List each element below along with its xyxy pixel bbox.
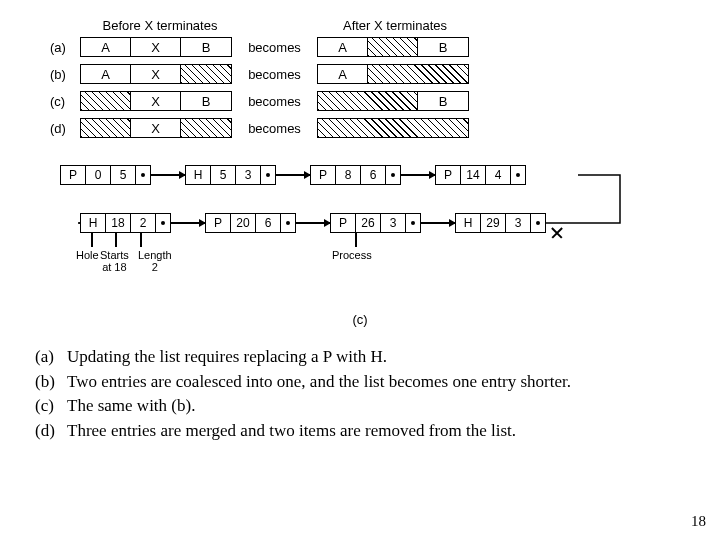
figure-row: (a)AXBbecomesAB bbox=[50, 37, 650, 57]
description-label: (d) bbox=[35, 419, 67, 444]
ll-cell: 20 bbox=[231, 214, 256, 232]
segment-process: X bbox=[131, 38, 181, 56]
row-label: (c) bbox=[50, 94, 80, 109]
bar-before: AXB bbox=[80, 37, 232, 57]
segment-hole bbox=[181, 119, 231, 137]
ll-pointer bbox=[281, 214, 295, 232]
ll-cell: 5 bbox=[211, 166, 236, 184]
annot-hole: Hole bbox=[76, 249, 99, 261]
description-label: (c) bbox=[35, 394, 67, 419]
ll-pointer bbox=[531, 214, 545, 232]
segment-hole bbox=[318, 92, 418, 110]
description-item: (d)Three entries are merged and two item… bbox=[35, 419, 690, 444]
coalesce-figure: Before X terminates After X terminates (… bbox=[50, 18, 650, 145]
segment-hole bbox=[368, 38, 418, 56]
ll-cell: 14 bbox=[461, 166, 486, 184]
ll-cell: P bbox=[436, 166, 461, 184]
ll-cell: 6 bbox=[256, 214, 281, 232]
figure-headers: Before X terminates After X terminates bbox=[85, 18, 650, 33]
bar-before: AX bbox=[80, 64, 232, 84]
ll-node: P263 bbox=[330, 213, 421, 233]
description-text: Updating the list requires replacing a P… bbox=[67, 345, 690, 370]
becomes-label: becomes bbox=[232, 94, 317, 109]
segment-hole bbox=[368, 65, 468, 83]
annot-process: Process bbox=[332, 249, 372, 261]
ll-pointer bbox=[136, 166, 150, 184]
description-text: Three entries are merged and two items a… bbox=[67, 419, 690, 444]
description-item: (a)Updating the list requires replacing … bbox=[35, 345, 690, 370]
ll-cell: 29 bbox=[481, 214, 506, 232]
bar-after bbox=[317, 118, 469, 138]
bar-after: B bbox=[317, 91, 469, 111]
segment-hole bbox=[318, 119, 468, 137]
segment-process: B bbox=[418, 38, 468, 56]
ll-cell: 3 bbox=[381, 214, 406, 232]
ll-cell: 0 bbox=[86, 166, 111, 184]
ll-pointer bbox=[156, 214, 170, 232]
segment-process: X bbox=[131, 65, 181, 83]
segment-hole bbox=[181, 65, 231, 83]
becomes-label: becomes bbox=[232, 40, 317, 55]
row-label: (d) bbox=[50, 121, 80, 136]
ll-cell: 5 bbox=[111, 166, 136, 184]
ll-cell: 3 bbox=[506, 214, 531, 232]
arrow-icon bbox=[421, 222, 455, 224]
ll-cell: H bbox=[81, 214, 106, 232]
row-label: (a) bbox=[50, 40, 80, 55]
ll-node: P05 bbox=[60, 165, 151, 185]
ll-node: P206 bbox=[205, 213, 296, 233]
header-after: After X terminates bbox=[320, 18, 470, 33]
segment-process: B bbox=[181, 38, 231, 56]
description-text: Two entries are coalesced into one, and … bbox=[67, 370, 690, 395]
ll-cell: P bbox=[331, 214, 356, 232]
arrow-icon bbox=[276, 174, 310, 176]
segment-hole bbox=[81, 92, 131, 110]
ll-pointer bbox=[406, 214, 420, 232]
ll-node: P144 bbox=[435, 165, 526, 185]
description-item: (c)The same with (b). bbox=[35, 394, 690, 419]
description-text: The same with (b). bbox=[67, 394, 690, 419]
description-item: (b)Two entries are coalesced into one, a… bbox=[35, 370, 690, 395]
ll-cell: 18 bbox=[106, 214, 131, 232]
segment-hole bbox=[81, 119, 131, 137]
ll-cell: 4 bbox=[486, 166, 511, 184]
bar-after: A bbox=[317, 64, 469, 84]
linked-list-row-1: P05H53P86P144 bbox=[60, 165, 660, 185]
annot-starts: Starts at 18 bbox=[100, 249, 129, 273]
segment-process: X bbox=[131, 92, 181, 110]
ll-node: H182 bbox=[80, 213, 171, 233]
segment-process: A bbox=[318, 38, 368, 56]
ll-cell: H bbox=[186, 166, 211, 184]
segment-process: A bbox=[318, 65, 368, 83]
ll-cell: P bbox=[206, 214, 231, 232]
segment-process: B bbox=[418, 92, 468, 110]
ll-cell: 2 bbox=[131, 214, 156, 232]
description-list: (a)Updating the list requires replacing … bbox=[35, 345, 690, 444]
annot-length: Length 2 bbox=[138, 249, 172, 273]
figure-row: (d)Xbecomes bbox=[50, 118, 650, 138]
ll-pointer bbox=[511, 166, 525, 184]
ll-node: H53 bbox=[185, 165, 276, 185]
ll-cell: 6 bbox=[361, 166, 386, 184]
ll-cell: P bbox=[61, 166, 86, 184]
subfigure-label: (c) bbox=[0, 312, 720, 327]
segment-process: A bbox=[81, 38, 131, 56]
linked-list-figure: P05H53P86P144 H182P206P263H293 Hole Star… bbox=[60, 165, 660, 261]
arrow-icon bbox=[151, 174, 185, 176]
becomes-label: becomes bbox=[232, 121, 317, 136]
becomes-label: becomes bbox=[232, 67, 317, 82]
arrow-icon bbox=[171, 222, 205, 224]
segment-process: X bbox=[131, 119, 181, 137]
page-number: 18 bbox=[691, 513, 706, 530]
header-before: Before X terminates bbox=[85, 18, 235, 33]
ll-cell: P bbox=[311, 166, 336, 184]
description-label: (b) bbox=[35, 370, 67, 395]
arrow-icon bbox=[296, 222, 330, 224]
figure-row: (c)XBbecomesB bbox=[50, 91, 650, 111]
bar-before: X bbox=[80, 118, 232, 138]
ll-cell: 3 bbox=[236, 166, 261, 184]
ll-node: P86 bbox=[310, 165, 401, 185]
ll-cell: 8 bbox=[336, 166, 361, 184]
figure-row: (b)AXbecomesA bbox=[50, 64, 650, 84]
row-label: (b) bbox=[50, 67, 80, 82]
